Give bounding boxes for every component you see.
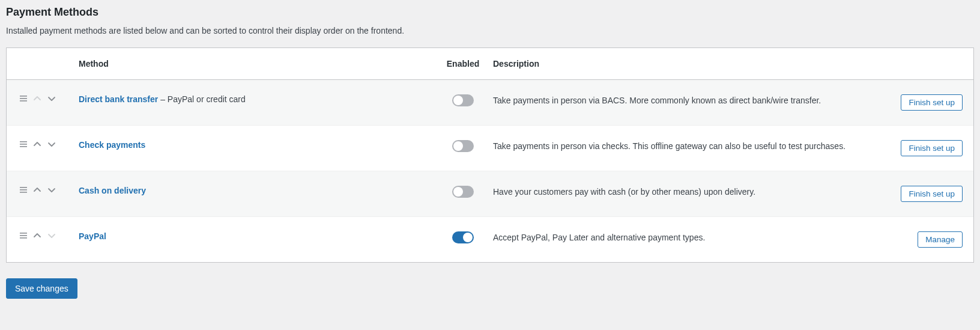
save-changes-button[interactable]: Save changes [6,278,77,299]
method-suffix: – PayPal or credit card [158,94,246,104]
svg-rect-9 [20,233,27,234]
drag-handle-icon[interactable] [20,186,27,194]
move-up-icon [33,94,41,103]
svg-rect-10 [20,235,27,236]
table-row: Cash on deliveryHave your customers pay … [7,171,973,217]
svg-rect-6 [20,187,27,188]
enabled-toggle[interactable] [452,94,474,106]
svg-rect-1 [20,98,27,99]
row-action-button[interactable]: Finish set up [901,140,963,156]
svg-rect-8 [20,192,27,193]
enabled-toggle[interactable] [452,231,474,243]
move-down-icon[interactable] [47,186,56,194]
column-sort [7,48,79,80]
drag-handle-icon[interactable] [20,232,27,239]
row-action-button[interactable]: Finish set up [901,186,963,202]
table-row: PayPalAccept PayPal, Pay Later and alter… [7,217,973,263]
description-text: Accept PayPal, Pay Later and alternative… [487,217,889,263]
description-text: Have your customers pay with cash (or by… [487,171,889,217]
move-up-icon[interactable] [33,140,41,148]
enabled-toggle[interactable] [452,140,474,152]
svg-rect-0 [20,96,27,97]
method-link[interactable]: Cash on delivery [79,186,146,195]
table-row: Check paymentsTake payments in person vi… [7,126,973,171]
column-description: Description [487,48,889,80]
enabled-toggle[interactable] [452,186,474,198]
description-text: Take payments in person via BACS. More c… [487,80,889,126]
move-down-icon [47,231,56,240]
svg-rect-5 [20,146,27,147]
drag-handle-icon[interactable] [20,95,27,102]
method-link[interactable]: Check payments [79,140,145,150]
column-action [889,48,973,80]
method-link[interactable]: Direct bank transfer [79,94,158,104]
table-row: Direct bank transfer – PayPal or credit … [7,80,973,126]
column-enabled: Enabled [439,48,487,80]
page-subtext: Installed payment methods are listed bel… [6,26,974,35]
move-down-icon[interactable] [47,94,56,103]
svg-rect-2 [20,100,27,102]
svg-rect-4 [20,144,27,145]
method-link[interactable]: PayPal [79,231,106,241]
svg-rect-3 [20,141,27,142]
row-action-button[interactable]: Manage [918,231,963,248]
move-up-icon[interactable] [33,231,41,240]
move-down-icon[interactable] [47,140,56,148]
drag-handle-icon[interactable] [20,141,27,148]
payment-methods-table: Method Enabled Description Direct bank t… [6,47,974,263]
svg-rect-11 [20,237,27,239]
column-method: Method [79,48,439,80]
description-text: Take payments in person via checks. This… [487,126,889,171]
move-up-icon[interactable] [33,186,41,194]
svg-rect-7 [20,189,27,191]
row-action-button[interactable]: Finish set up [901,94,963,111]
page-title: Payment Methods [6,6,974,19]
